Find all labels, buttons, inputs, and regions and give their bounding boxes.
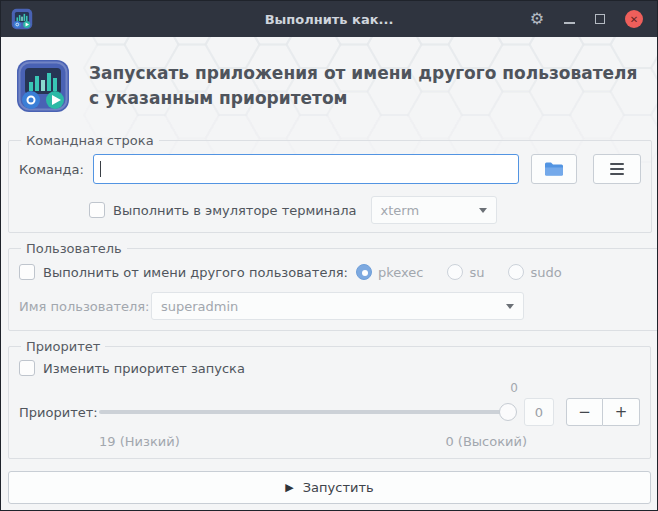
command-input[interactable] xyxy=(93,154,519,184)
terminal-checkbox[interactable] xyxy=(89,202,105,218)
slider-track xyxy=(99,410,516,414)
user-section: Пользователь Выполнить от имени другого … xyxy=(8,241,658,331)
radio-pkexec-indicator xyxy=(356,264,372,280)
menu-button[interactable] xyxy=(593,154,641,184)
priority-section: Приоритет Изменить приоритет запуска 0 П… xyxy=(8,339,651,459)
radio-sudo[interactable]: sudo xyxy=(508,264,561,280)
text-caret xyxy=(100,161,101,177)
user-section-legend: Пользователь xyxy=(21,241,127,256)
application-icon xyxy=(15,58,71,114)
priority-max-label: 0 (Высокий) xyxy=(445,434,527,449)
command-line-section: Командная строка Команда: xyxy=(8,133,652,233)
priority-label: Приоритет: xyxy=(19,405,91,420)
command-label: Команда: xyxy=(19,162,85,177)
decrement-button[interactable]: − xyxy=(566,398,603,426)
play-icon: ▶ xyxy=(285,481,293,494)
terminal-emulator-select[interactable]: xterm xyxy=(371,196,497,224)
username-label: Имя пользователя: xyxy=(19,299,141,314)
change-priority-checkbox[interactable] xyxy=(19,360,35,376)
restore-button[interactable] xyxy=(595,14,605,24)
hamburger-menu-icon xyxy=(610,163,624,175)
page-title: Запускать приложения от имени другого по… xyxy=(89,61,641,110)
run-button[interactable]: ▶ Запустить xyxy=(8,471,651,504)
priority-section-legend: Приоритет xyxy=(21,339,105,354)
app-icon xyxy=(11,8,33,30)
titlebar[interactable]: Выполнить как... ⚙ ✕ xyxy=(1,1,657,37)
chevron-down-icon xyxy=(506,304,514,309)
priority-slider[interactable] xyxy=(99,403,516,421)
command-section-legend: Командная строка xyxy=(21,133,159,148)
priority-spin-value[interactable]: 0 xyxy=(524,398,554,426)
terminal-checkbox-label[interactable]: Выполнить в эмуляторе терминала xyxy=(113,203,357,218)
radio-sudo-indicator xyxy=(508,264,524,280)
change-priority-label[interactable]: Изменить приоритет запуска xyxy=(43,361,245,376)
run-as-dialog-window: Выполнить как... ⚙ ✕ xyxy=(0,0,658,511)
run-as-other-user-checkbox[interactable] xyxy=(19,264,35,280)
chevron-down-icon xyxy=(479,208,487,213)
folder-icon xyxy=(544,161,564,177)
priority-min-label: 19 (Низкий) xyxy=(99,434,180,449)
slider-handle[interactable] xyxy=(499,403,517,421)
close-button[interactable]: ✕ xyxy=(625,10,643,28)
settings-gear-icon[interactable]: ⚙ xyxy=(530,11,544,27)
minimize-button[interactable] xyxy=(564,14,575,25)
terminal-select-value: xterm xyxy=(381,203,420,218)
slider-value-label: 0 xyxy=(510,381,518,395)
username-value: superadmin xyxy=(161,299,238,314)
username-select[interactable]: superadmin xyxy=(151,292,524,320)
increment-button[interactable]: + xyxy=(603,398,640,426)
radio-su-indicator xyxy=(447,264,463,280)
radio-pkexec[interactable]: pkexec xyxy=(356,264,424,280)
radio-su[interactable]: su xyxy=(447,264,484,280)
run-button-label: Запустить xyxy=(303,480,374,495)
run-as-other-user-label[interactable]: Выполнить от имени другого пользователя: xyxy=(43,265,348,280)
browse-file-button[interactable] xyxy=(531,154,577,184)
dialog-body: Запускать приложения от имени другого по… xyxy=(1,37,657,510)
